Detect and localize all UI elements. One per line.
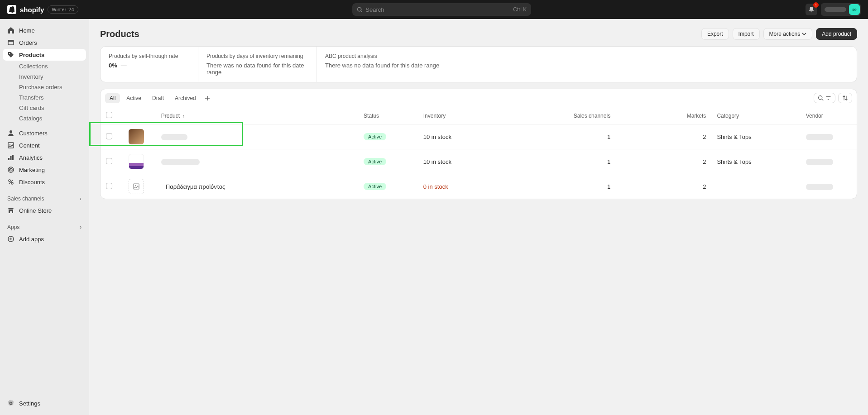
tab-draft[interactable]: Draft: [148, 93, 168, 103]
svg-point-14: [9, 180, 10, 181]
row-checkbox[interactable]: [106, 133, 112, 139]
sidebar-sub-transfers[interactable]: Transfers: [3, 92, 86, 103]
column-product[interactable]: Product ↑: [156, 107, 358, 124]
svg-point-15: [11, 182, 13, 184]
sidebar-sub-purchase-orders[interactable]: Purchase orders: [3, 82, 86, 92]
sidebar-item-settings[interactable]: Settings: [3, 397, 86, 409]
sort-asc-icon: ↑: [182, 114, 184, 119]
stat-sell-through[interactable]: Products by sell-through rate 0% —: [101, 47, 198, 82]
sidebar-item-online-store[interactable]: Online Store: [3, 205, 86, 216]
sidebar-item-label: Marketing: [19, 167, 45, 173]
svg-line-16: [9, 180, 13, 184]
svg-line-1: [361, 10, 362, 12]
sidebar-item-customers[interactable]: Customers: [3, 127, 86, 139]
plus-circle-icon: [7, 235, 14, 243]
tab-all[interactable]: All: [105, 93, 120, 103]
stat-label: ABC product analysis: [325, 53, 439, 59]
add-product-button[interactable]: Add product: [816, 28, 857, 40]
version-badge: Winter '24: [48, 5, 78, 14]
sidebar-item-label: Online Store: [19, 207, 52, 214]
import-button[interactable]: Import: [733, 28, 760, 40]
sidebar-sub-inventory[interactable]: Inventory: [3, 72, 86, 82]
svg-point-30: [135, 185, 136, 186]
sales-channels-value: 1: [607, 134, 610, 140]
sales-channels-header[interactable]: Sales channels ›: [3, 193, 86, 205]
add-view-button[interactable]: [202, 93, 212, 103]
chevron-right-icon: ›: [80, 196, 82, 202]
search-input[interactable]: Search Ctrl K: [352, 3, 531, 16]
store-selector[interactable]: se: [821, 3, 861, 16]
stat-nodata: There was no data found for this date ra…: [206, 62, 308, 76]
stat-nodata: There was no data found for this date ra…: [325, 62, 439, 69]
search-kbd: Ctrl K: [513, 6, 527, 13]
stat-days-inventory[interactable]: Products by days of inventory remaining …: [198, 47, 317, 82]
category-value: Shirts & Tops: [717, 158, 751, 165]
row-checkbox[interactable]: [106, 183, 112, 189]
table-row[interactable]: Παράδειγμα προϊόντος Active 0 in stock 1…: [101, 174, 857, 199]
markets-value: 2: [703, 134, 706, 140]
more-actions-button[interactable]: More actions: [763, 28, 813, 40]
sidebar-item-orders[interactable]: Orders: [3, 37, 86, 48]
product-name: Παράδειγμα προϊόντος: [166, 183, 225, 190]
svg-rect-9: [10, 156, 12, 160]
notifications-button[interactable]: 1: [806, 4, 817, 15]
category-value: Shirts & Tops: [717, 134, 751, 140]
products-icon: [7, 51, 14, 58]
sidebar-item-content[interactable]: Content: [3, 139, 86, 151]
stats-card: Products by sell-through rate 0% — Produ…: [100, 46, 857, 82]
sidebar-item-label: Settings: [19, 400, 40, 407]
sidebar-item-analytics[interactable]: Analytics: [3, 152, 86, 163]
column-status[interactable]: Status: [358, 107, 418, 124]
sidebar-item-marketing[interactable]: Marketing: [3, 164, 86, 176]
sidebar-item-label: Content: [19, 142, 40, 149]
sidebar-sub-catalogs[interactable]: Catalogs: [3, 113, 86, 124]
table-row[interactable]: Active 10 in stock 1 2 Shirts & Tops: [101, 124, 857, 149]
svg-rect-3: [8, 40, 14, 42]
chevron-down-icon: [802, 32, 806, 36]
select-all-checkbox[interactable]: [106, 112, 112, 118]
inventory-value: 0 in stock: [423, 183, 448, 190]
svg-point-5: [10, 130, 12, 133]
tab-archived[interactable]: Archived: [170, 93, 201, 103]
tab-active[interactable]: Active: [122, 93, 146, 103]
column-category[interactable]: Category: [711, 107, 800, 124]
column-sales-channels[interactable]: Sales channels: [560, 107, 616, 124]
export-button[interactable]: Export: [701, 28, 729, 40]
svg-point-4: [9, 53, 10, 54]
column-vendor[interactable]: Vendor: [801, 107, 857, 124]
column-inventory[interactable]: Inventory: [418, 107, 560, 124]
apps-header[interactable]: Apps ›: [3, 221, 86, 233]
sidebar: Home Orders Products Collections Invento…: [0, 19, 89, 415]
vendor-redacted: [806, 134, 833, 140]
search-icon: [357, 7, 363, 13]
sort-button[interactable]: [838, 93, 852, 103]
products-table-card: All Active Draft Archived: [100, 89, 857, 199]
content-icon: [7, 142, 14, 149]
status-badge: Active: [364, 183, 386, 190]
sidebar-item-discounts[interactable]: Discounts: [3, 176, 86, 188]
sidebar-sub-gift-cards[interactable]: Gift cards: [3, 103, 86, 113]
sidebar-item-products[interactable]: Products: [3, 49, 86, 61]
stat-abc-analysis[interactable]: ABC product analysis There was no data f…: [317, 47, 447, 82]
sidebar-item-label: Orders: [19, 39, 37, 46]
svg-rect-17: [10, 211, 12, 213]
sidebar-item-home[interactable]: Home: [3, 24, 86, 36]
topbar: shopify Winter '24 Search Ctrl K 1 se: [0, 0, 868, 19]
sidebar-item-add-apps[interactable]: Add apps: [3, 233, 86, 245]
search-filter-button[interactable]: [814, 93, 835, 103]
discounts-icon: [7, 178, 14, 186]
row-checkbox[interactable]: [106, 158, 112, 164]
vendor-redacted: [806, 184, 833, 190]
markets-value: 2: [703, 183, 706, 190]
inventory-value: 10 in stock: [423, 134, 451, 140]
sales-channels-value: 1: [607, 158, 610, 165]
svg-point-0: [358, 7, 361, 11]
column-markets[interactable]: Markets: [616, 107, 711, 124]
stat-label: Products by days of inventory remaining: [206, 53, 308, 59]
table-row[interactable]: Active 10 in stock 1 2 Shirts & Tops: [101, 149, 857, 174]
sales-channels-value: 1: [607, 183, 610, 190]
sidebar-sub-collections[interactable]: Collections: [3, 61, 86, 72]
logo-area: shopify Winter '24: [7, 5, 78, 14]
svg-line-25: [822, 99, 823, 100]
product-name-redacted: [161, 134, 187, 140]
